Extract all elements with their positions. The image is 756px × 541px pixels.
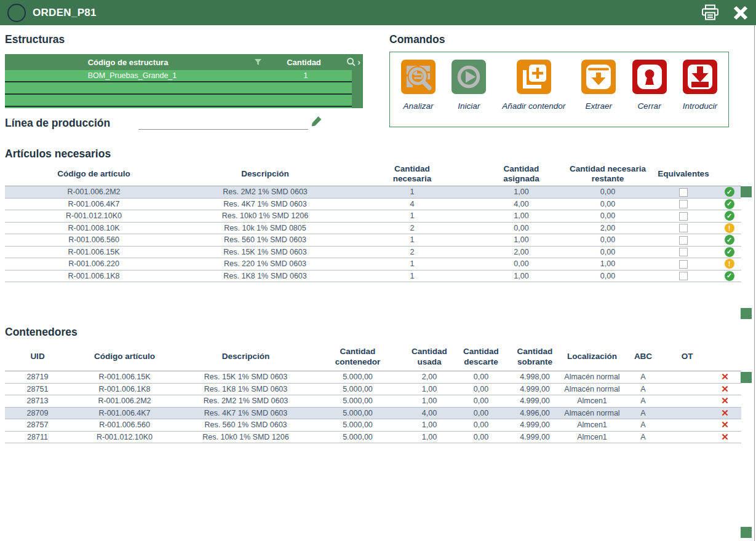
delete-x-icon[interactable] xyxy=(721,432,729,442)
column-codigo-estructura: Código de estructura xyxy=(5,58,251,67)
cell-cantidad-necesaria: 1 xyxy=(348,272,477,280)
cell-descripcion: Res. 15K 1% SMD 0603 xyxy=(183,248,348,256)
cell-cantidad-asignada: 2,00 xyxy=(477,248,566,256)
delete-x-icon[interactable] xyxy=(721,384,729,394)
cell-descripcion: Res. 560 1% SMD 0603 xyxy=(179,421,312,429)
linea-produccion-input[interactable] xyxy=(138,114,308,130)
print-button[interactable] xyxy=(701,4,719,21)
cerrar-button[interactable]: Cerrar xyxy=(632,60,667,127)
delete-x-icon[interactable] xyxy=(721,371,729,382)
contenedores-row[interactable]: 28711 R-001.012.10K0 Res. 10k0 1% SMD 12… xyxy=(5,432,741,444)
map-search-icon xyxy=(401,60,436,94)
close-icon xyxy=(733,5,749,21)
articulos-row[interactable]: R-001.006.4K7 Res. 4K7 1% SMD 0603 4 4,0… xyxy=(5,199,741,211)
col-cantidad-usada: Cantidad usada xyxy=(408,347,451,367)
comandos-heading: Comandos xyxy=(389,33,445,46)
contenedores-scrollbar-thumb[interactable] xyxy=(741,372,752,383)
estructuras-row[interactable] xyxy=(5,82,352,95)
cell-cantidad-contenedor: 5.000,00 xyxy=(312,397,403,405)
equivalentes-checkbox[interactable] xyxy=(679,248,688,256)
cell-codigo: R-001.006.4K7 xyxy=(5,200,183,208)
articulos-scrollbar-thumb[interactable] xyxy=(741,186,752,197)
cell-codigo: R-001.006.560 xyxy=(5,235,183,244)
articulos-row[interactable]: R-001.012.10K0 Res. 10k0 1% SMD 1206 1 1… xyxy=(5,210,741,223)
cell-cantidad-usada: 1,00 xyxy=(403,385,456,393)
contenedores-row[interactable]: 28751 R-001.006.1K8 Res. 1K8 1% SMD 0603… xyxy=(5,384,741,396)
articulos-heading: Artículos necesarios xyxy=(5,148,111,160)
contenedores-row[interactable]: 28709 R-001.006.4K7 Res. 4K7 1% SMD 0603… xyxy=(5,408,741,420)
cell-cantidad-necesaria: 1 xyxy=(348,188,477,196)
articulos-row[interactable]: R-001.006.560 Res. 560 1% SMD 0603 1 1,0… xyxy=(5,234,741,247)
analizar-button[interactable]: Analizar xyxy=(401,60,436,127)
cell-codigo: R-001.006.220 xyxy=(5,259,183,268)
close-button[interactable] xyxy=(733,5,749,21)
cell-uid: 28751 xyxy=(5,385,70,393)
articulos-row[interactable]: R-001.006.15K Res. 15K 1% SMD 0603 2 2,0… xyxy=(5,247,741,259)
status-icon xyxy=(725,211,734,221)
cell-localizacion: Almacén normal xyxy=(563,373,621,381)
articulos-row[interactable]: R-001.006.1K8 Res. 1K8 1% SMD 0603 1 1,0… xyxy=(5,270,741,283)
estructuras-scrollbar[interactable] xyxy=(352,70,363,108)
cell-uid: 28757 xyxy=(5,421,70,429)
col-cantidad-necesaria: Cantidad necesaria xyxy=(388,164,437,184)
cell-uid: 28711 xyxy=(5,433,70,441)
command-label: Analizar xyxy=(404,101,434,111)
articulos-row[interactable]: R-001.008.10K Res. 10k 1% SMD 0805 2 0,0… xyxy=(5,223,741,235)
equivalentes-checkbox[interactable] xyxy=(679,260,688,269)
cell-cantidad-restante: 0,00 xyxy=(566,188,650,196)
cell-codigo: R-001.012.10K0 xyxy=(5,211,183,220)
status-icon xyxy=(725,235,734,245)
comandos-panel: Analizar Iniciar Añadir contendor xyxy=(389,52,729,127)
contenedores-row[interactable]: 28757 R-001.006.560 Res. 560 1% SMD 0603… xyxy=(5,419,741,432)
cell-abc: A xyxy=(621,421,666,429)
cell-abc: A xyxy=(621,409,666,417)
equivalentes-checkbox[interactable] xyxy=(679,200,688,208)
articulos-scroll-corner[interactable] xyxy=(741,308,752,319)
cell-cantidad-restante: 2,00 xyxy=(566,224,650,232)
equivalentes-checkbox[interactable] xyxy=(679,224,688,232)
window-right-border xyxy=(754,25,755,541)
cell-uid: 28713 xyxy=(5,397,70,405)
chevron-right-icon[interactable]: › xyxy=(357,58,360,66)
contenedores-row[interactable]: 28719 R-001.006.15K Res. 15K 1% SMD 0603… xyxy=(5,371,741,384)
col-abc: ABC xyxy=(634,352,652,361)
cell-descripcion: Res. 10k0 1% SMD 1206 xyxy=(183,211,348,220)
cell-cantidad-restante: 1,00 xyxy=(566,259,650,268)
contenedores-row[interactable]: 28713 R-001.006.2M2 Res. 2M2 1% SMD 0603… xyxy=(5,395,741,408)
cell-codigo: R-001.006.4K7 xyxy=(70,409,179,417)
delete-x-icon[interactable] xyxy=(721,408,729,418)
play-icon xyxy=(452,60,486,94)
estructuras-row[interactable]: BOM_Pruebas_Grande_1 1 xyxy=(5,70,352,82)
iniciar-button[interactable]: Iniciar xyxy=(452,60,486,127)
cell-descripcion: Res. 10k 1% SMD 0805 xyxy=(183,224,348,232)
command-label: Extraer xyxy=(586,101,613,111)
estructuras-row[interactable] xyxy=(5,95,352,107)
introducir-button[interactable]: Introducir xyxy=(683,60,717,127)
cell-codigo: R-001.006.1K8 xyxy=(5,272,183,280)
search-magnifier-icon[interactable] xyxy=(346,57,356,67)
articulos-row[interactable]: R-001.006.220 Res. 220 1% SMD 0603 1 0,0… xyxy=(5,258,741,270)
equivalentes-checkbox[interactable] xyxy=(679,188,688,197)
insert-arrow-down-icon xyxy=(683,60,717,94)
estructuras-row[interactable] xyxy=(5,107,352,108)
window-resize-handle[interactable] xyxy=(741,527,752,538)
cell-descripcion: Res. 2M2 1% SMD 0603 xyxy=(183,188,348,196)
cell-codigo: R-001.006.2M2 xyxy=(5,188,183,196)
cell-cantidad-descarte: 0,00 xyxy=(456,409,506,417)
cell-cantidad-sobrante: 4.996,00 xyxy=(506,409,563,417)
equivalentes-checkbox[interactable] xyxy=(679,236,688,245)
extraer-button[interactable]: Extraer xyxy=(581,60,616,127)
cell-abc: A xyxy=(621,433,666,441)
articulos-row[interactable]: R-001.006.2M2 Res. 2M2 1% SMD 0603 1 1,0… xyxy=(5,186,741,199)
col-descripcion: Descripción xyxy=(222,352,269,361)
edit-button[interactable] xyxy=(310,114,324,130)
cell-cantidad-contenedor: 5.000,00 xyxy=(312,433,403,441)
cell-cantidad-necesaria: 1 xyxy=(348,211,477,220)
equivalentes-checkbox[interactable] xyxy=(679,272,688,280)
equivalentes-checkbox[interactable] xyxy=(679,212,688,221)
delete-x-icon[interactable] xyxy=(721,395,729,406)
filter-funnel-icon[interactable] xyxy=(251,58,265,66)
cell-codigo: R-001.006.2M2 xyxy=(70,397,179,405)
anadir-contendor-button[interactable]: Añadir contendor xyxy=(502,60,565,127)
delete-x-icon[interactable] xyxy=(721,419,729,430)
